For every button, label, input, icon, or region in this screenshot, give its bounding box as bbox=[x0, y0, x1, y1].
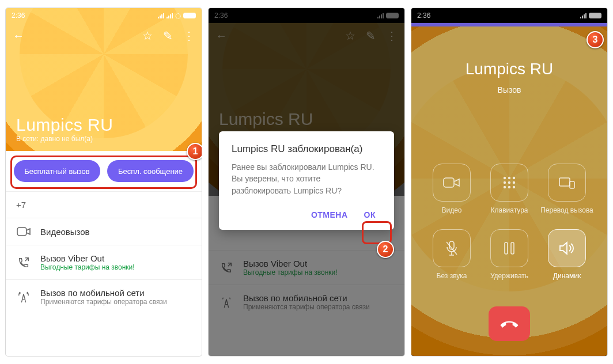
hold-button[interactable]: Удерживать bbox=[480, 229, 538, 280]
contact-status: В сети: давно не был(а) bbox=[16, 135, 113, 143]
dialog-title: Lumpics RU заблокирован(а) bbox=[232, 143, 381, 156]
mic-off-icon bbox=[433, 229, 471, 267]
contact-name: Lumpics RU bbox=[16, 115, 113, 135]
phone-row[interactable]: +7 bbox=[6, 191, 202, 218]
call-state: Вызов bbox=[411, 85, 607, 94]
svg-point-3 bbox=[508, 177, 510, 179]
screen-contact-info: 2:36 ◌ ← ☆ ✎ ⋮ Lumpics RU В сети: давно … bbox=[6, 8, 202, 356]
video-icon bbox=[433, 164, 471, 202]
battery-icon bbox=[589, 13, 601, 18]
keypad-icon bbox=[490, 164, 528, 202]
svg-rect-11 bbox=[559, 178, 570, 186]
step-marker-1: 1 bbox=[187, 143, 202, 160]
viber-out-sub: Выгодные тарифы на звонки! bbox=[40, 263, 135, 271]
video-call-row[interactable]: Видеовызов bbox=[6, 218, 202, 245]
screen-outgoing-call: 2:36 Lumpics RU Вызов Видео Клавиатура bbox=[411, 8, 607, 356]
transfer-icon bbox=[548, 164, 586, 202]
svg-point-4 bbox=[513, 177, 515, 179]
phone-hangup-icon bbox=[500, 314, 519, 333]
svg-point-6 bbox=[508, 181, 510, 184]
hangup-button[interactable] bbox=[489, 306, 530, 341]
free-message-button[interactable]: Беспл. сообщение bbox=[107, 160, 194, 182]
svg-rect-1 bbox=[444, 178, 454, 187]
free-call-button[interactable]: Бесплатный вызов bbox=[14, 160, 100, 182]
overflow-icon[interactable]: ⋮ bbox=[183, 29, 195, 43]
svg-point-10 bbox=[513, 186, 515, 188]
svg-rect-0 bbox=[17, 227, 27, 236]
ok-button[interactable]: ОК bbox=[358, 206, 381, 224]
viber-out-row[interactable]: Вызов Viber Out Выгодные тарифы на звонк… bbox=[6, 245, 202, 279]
back-icon[interactable]: ← bbox=[13, 29, 24, 43]
speaker-button[interactable]: Динамик bbox=[538, 229, 596, 280]
mute-button[interactable]: Без звука bbox=[423, 229, 480, 280]
svg-point-7 bbox=[513, 181, 515, 184]
topbar: ← ☆ ✎ ⋮ bbox=[6, 23, 202, 48]
video-call-label: Видеовызов bbox=[40, 227, 90, 237]
call-contact-name: Lumpics RU bbox=[411, 60, 607, 78]
speaker-icon bbox=[548, 229, 586, 267]
pause-icon bbox=[490, 229, 528, 267]
cellular-label: Вызов по мобильной сети bbox=[40, 288, 167, 298]
phone-out-icon bbox=[16, 256, 31, 269]
primary-actions: Бесплатный вызов Беспл. сообщение bbox=[6, 151, 202, 191]
unblock-dialog: Lumpics RU заблокирован(а) Ранее вы забл… bbox=[219, 131, 394, 230]
cellular-call-row[interactable]: Вызов по мобильной сети Применяются тари… bbox=[6, 279, 202, 314]
status-bar: 2:36 bbox=[411, 8, 607, 23]
svg-rect-12 bbox=[570, 181, 574, 188]
screen-unblock-dialog: 2:36 ← ☆ ✎ ⋮ Lumpics RU Вызов Viber Out … bbox=[209, 8, 404, 356]
video-button[interactable]: Видео bbox=[423, 164, 480, 214]
svg-point-5 bbox=[504, 181, 506, 184]
svg-rect-16 bbox=[511, 242, 514, 254]
status-bar: 2:36 ◌ bbox=[6, 8, 202, 23]
step-marker-3: 3 bbox=[586, 31, 604, 48]
cancel-button[interactable]: ОТМЕНА bbox=[305, 206, 354, 224]
svg-point-9 bbox=[508, 186, 510, 188]
call-controls: Видео Клавиатура Перевод вызова Без звук… bbox=[411, 164, 607, 280]
cellular-sub: Применяются тарифы оператора связи bbox=[40, 298, 167, 306]
edit-icon[interactable]: ✎ bbox=[163, 29, 173, 43]
dialog-body: Ранее вы заблокировали Lumpics RU. Вы ув… bbox=[232, 161, 381, 196]
step-marker-2: 2 bbox=[377, 241, 394, 258]
status-icons bbox=[580, 13, 601, 18]
status-time: 2:36 bbox=[12, 12, 25, 20]
status-icons: ◌ bbox=[158, 12, 196, 20]
svg-point-2 bbox=[504, 177, 506, 179]
svg-rect-15 bbox=[505, 242, 508, 254]
status-time: 2:36 bbox=[417, 12, 430, 20]
keypad-button[interactable]: Клавиатура bbox=[480, 164, 538, 214]
wifi-icon: ◌ bbox=[175, 12, 181, 20]
accent-bar bbox=[411, 23, 607, 26]
phone-number: +7 bbox=[16, 200, 26, 210]
viber-out-label: Вызов Viber Out bbox=[40, 253, 135, 263]
videocam-icon bbox=[16, 226, 31, 237]
svg-point-8 bbox=[504, 186, 506, 188]
star-icon[interactable]: ☆ bbox=[142, 29, 153, 43]
transfer-button[interactable]: Перевод вызова bbox=[538, 164, 596, 214]
hero: 2:36 ◌ ← ☆ ✎ ⋮ Lumpics RU В сети: давно … bbox=[6, 8, 202, 151]
cell-tower-icon bbox=[16, 291, 31, 304]
battery-icon bbox=[183, 13, 196, 18]
